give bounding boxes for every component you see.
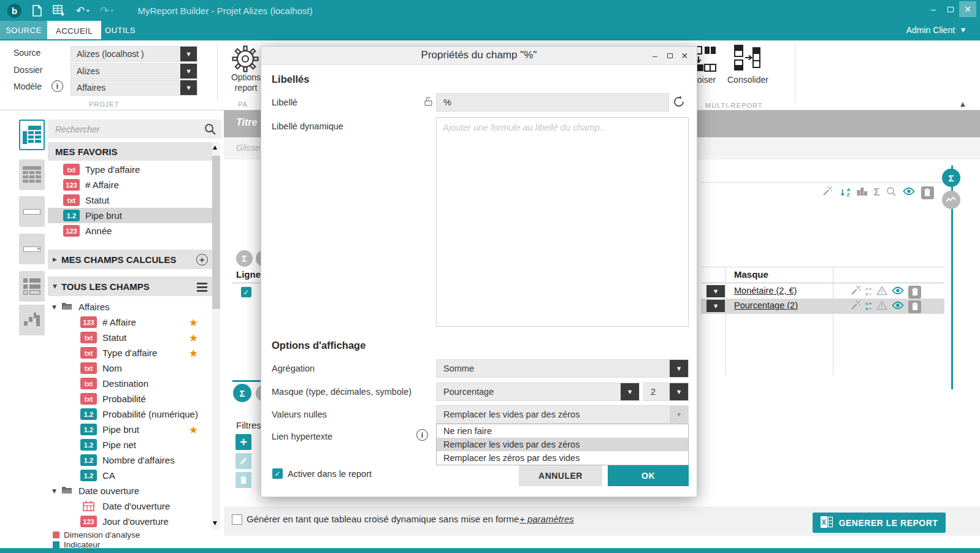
scroll-down-icon[interactable]: ▼ [213,520,217,526]
chevron-down-icon[interactable]: ▼ [180,47,197,61]
eye-icon[interactable] [892,286,904,297]
parametres-link[interactable]: + paramètres [519,514,574,524]
tree-field-item[interactable]: 1.2Pipe net [48,437,213,452]
dropdown-option[interactable]: Ne rien faire [437,424,688,438]
maximize-button[interactable] [942,1,959,17]
trash-icon[interactable] [921,186,934,199]
undo-icon[interactable]: ↶▾ [76,4,89,17]
eye-icon[interactable] [892,301,904,312]
table-row[interactable]: ▼Pourcentage (2)=+x− [701,299,944,313]
favorite-item[interactable]: txtType d'affaire [48,162,213,177]
tree-field-item[interactable]: txtProbabilité [48,391,213,406]
add-filter-button[interactable]: + [235,434,251,450]
scrollbar-thumb[interactable] [212,156,220,309]
valeurs-nulles-select[interactable]: Remplacer les vides par des zéros ▼ [436,405,689,424]
chevron-down-icon[interactable]: ▼ [180,80,197,95]
cumul-icon[interactable]: =+x− [865,302,872,311]
scroll-up-icon[interactable]: ▲ [213,144,217,150]
row-checkbox[interactable]: ✓ [241,287,251,297]
dialog-titlebar[interactable]: Propriétés du champ "%" – ✕ [261,47,697,65]
sidebar-item-chart[interactable] [19,305,45,335]
sort-az-icon[interactable]: ↓AZ [839,188,851,197]
minimize-button[interactable]: – [925,1,942,17]
favorite-star-icon[interactable]: ★ [189,332,198,344]
warning-icon[interactable] [876,286,887,298]
sidebar-item-table[interactable] [19,159,45,190]
magic-wand-icon[interactable] [850,285,861,299]
pivot-checkbox[interactable] [232,514,242,525]
collapse-ribbon-icon[interactable]: ▲ [960,101,965,107]
favorite-item[interactable]: 123Année [48,223,213,238]
sigma-icon[interactable]: Σ [874,186,880,199]
tree-field-item[interactable]: txtNom [48,360,213,376]
chevron-down-icon[interactable]: ▼ [670,360,688,377]
tab-source[interactable]: SOURCE [0,21,47,39]
modele-select[interactable]: Affaires ▼ [71,80,197,96]
chevron-down-icon[interactable]: ▼ [670,383,688,400]
agregation-select[interactable]: Somme ▼ [436,359,689,378]
trash-icon[interactable] [908,300,921,313]
favorite-item[interactable]: 1.2Pipe brut [48,208,213,223]
menu-icon[interactable] [197,283,207,284]
add-calc-field-icon[interactable]: + [196,254,208,265]
all-fields-header[interactable]: ▼ TOUS LES CHAMPS [48,276,213,296]
libelle-input[interactable]: % [436,93,669,112]
zoom-icon[interactable] [886,186,897,199]
ranking-icon[interactable] [857,186,868,199]
sigma-tab-icon[interactable]: Σ [236,250,253,267]
favorite-star-icon[interactable]: ★ [189,316,198,329]
tree-folder[interactable]: ▼Affaires [48,299,213,315]
consolider-icon[interactable] [733,44,760,76]
chevron-down-icon[interactable]: ▼ [52,488,56,494]
tree-field-item[interactable]: txtType d'affaire★ [48,345,213,360]
dialog-maximize-button[interactable] [662,48,677,63]
search-icon[interactable] [204,123,216,138]
croiser-icon[interactable] [696,45,718,76]
masque-decimales-select[interactable]: 2 ▼ [643,383,689,401]
sidebar-item-cell[interactable] [19,196,45,227]
activer-checkbox[interactable]: ✓ [272,468,283,479]
magic-wand-icon[interactable] [850,300,861,313]
consolider-label[interactable]: Consolider [727,75,767,85]
tree-field-item[interactable]: txtStatut★ [48,330,213,345]
chevron-down-icon[interactable]: ▼ [621,383,639,400]
activer-report-row[interactable]: ✓ Activer dans le report [272,468,372,479]
tree-field-item[interactable]: 1.2CA [48,468,213,483]
table-row[interactable]: ▼Monétaire (2, €)=+x− [701,284,944,299]
tree-folder[interactable]: ▼Date ouverture [48,483,213,498]
gear-icon[interactable] [232,45,259,75]
tree-field-item[interactable]: Date d'ouverture [48,498,213,514]
source-select[interactable]: Alizes (localhost ) ▼ [71,46,197,62]
eye-icon[interactable] [903,187,915,198]
sidebar-item-dropdown[interactable]: ▼ [19,234,45,264]
favorite-item[interactable]: 123# Affaire [48,177,213,193]
chevron-down-icon[interactable]: ▼ [52,304,56,310]
dropdown-option[interactable]: Remplacer les zéros par des vides [437,451,688,465]
masque-type-select[interactable]: Pourcentage ▼ [436,383,640,401]
trash-icon[interactable] [908,286,921,299]
masque-link[interactable]: Monétaire (2, €) [734,286,797,296]
magic-wand-icon[interactable] [822,186,833,199]
favorite-star-icon[interactable]: ★ [189,424,198,436]
tree-field-item[interactable]: 1.2Probabilité (numérique) [48,406,213,422]
row-dropdown-button[interactable]: ▼ [706,300,725,312]
redo-icon[interactable]: ↷▾ [100,4,113,17]
warning-icon[interactable] [876,300,887,313]
chevron-down-icon[interactable]: ▼ [180,64,197,78]
cumul-icon[interactable]: =+x− [865,287,872,297]
new-report-icon[interactable] [33,5,42,17]
export-excel-icon[interactable] [53,5,65,17]
info-icon[interactable]: i [416,429,428,441]
favorite-item[interactable]: txtStatut [48,193,213,208]
tab-accueil[interactable]: ACCUEIL [47,21,101,40]
tree-field-item[interactable]: 123# Affaire★ [48,315,213,330]
row-dropdown-button[interactable]: ▼ [706,285,725,297]
tab-outils[interactable]: OUTILS [101,21,139,39]
edit-filter-button[interactable] [235,453,251,469]
dialog-minimize-button[interactable]: – [648,48,662,63]
chevron-right-icon[interactable]: ▶ [53,256,57,262]
search-input[interactable] [48,120,221,139]
masque-link[interactable]: Pourcentage (2) [734,300,798,310]
sigma-active-tab[interactable]: Σ [233,384,251,402]
user-menu[interactable]: Admin Client ▼ [906,21,965,39]
